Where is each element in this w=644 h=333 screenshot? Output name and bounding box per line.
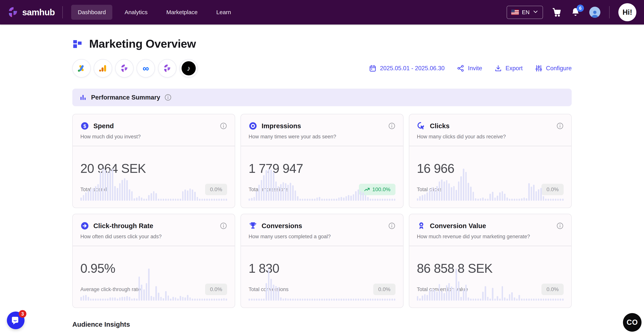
language-selector[interactable]: EN — [507, 6, 543, 19]
sliders-icon — [535, 64, 542, 72]
header-divider — [609, 6, 610, 18]
configure-button[interactable]: Configure — [535, 64, 572, 72]
performance-summary-header: Performance Summary — [72, 88, 572, 106]
metric-subtitle: How many times were your ads seen? — [248, 134, 395, 140]
cart-icon — [552, 7, 562, 17]
nav-analytics[interactable]: Analytics — [118, 5, 154, 20]
metric-subtitle: How many users completed a goal? — [248, 234, 395, 240]
sparkline-chart — [417, 268, 564, 301]
date-range-value: 2025.05.01 - 2025.06.30 — [380, 65, 445, 72]
samhub-logo[interactable]: samhub — [7, 6, 55, 18]
conversion-value-card: ★ Conversion Value How much revenue did … — [409, 214, 572, 308]
calendar-icon — [369, 64, 376, 72]
connected-platforms: ∞ ♪ — [72, 59, 198, 78]
info-icon[interactable] — [556, 122, 564, 130]
toolbar: ∞ ♪ — [72, 59, 572, 78]
metric-title: Clicks — [430, 122, 450, 130]
platform-icon-samhub-2[interactable] — [158, 59, 176, 78]
cart-button[interactable] — [552, 7, 562, 17]
notifications-button[interactable]: 6 — [570, 7, 580, 17]
sparkline-chart — [417, 168, 564, 201]
impressions-card: Impressions How many times were your ads… — [240, 114, 403, 208]
header-right-cluster: EN 6 — [507, 3, 636, 21]
svg-text:$: $ — [84, 124, 86, 129]
sparkline-chart — [80, 168, 227, 201]
chat-bubble-icon — [11, 316, 20, 325]
award-ribbon-icon: ★ — [417, 222, 426, 230]
metric-subtitle: How much did you invest? — [80, 134, 227, 140]
us-flag-icon — [511, 10, 519, 15]
sparkline-chart — [248, 268, 395, 301]
nav-marketplace[interactable]: Marketplace — [160, 5, 204, 20]
arrow-right-circle-icon — [80, 222, 89, 230]
clicks-card: Clicks How many clicks did your ads rece… — [409, 114, 572, 208]
main-content: Marketing Overview — [72, 37, 572, 328]
dollar-icon: $ — [80, 122, 89, 130]
metric-title: Click-through Rate — [93, 222, 153, 230]
language-code: EN — [522, 9, 530, 16]
cursor-click-icon — [417, 122, 426, 130]
metric-title: Conversions — [262, 222, 302, 230]
platform-icon-tiktok[interactable]: ♪ — [180, 59, 198, 78]
brand-name: samhub — [22, 7, 55, 18]
svg-text:★: ★ — [420, 222, 423, 226]
metrics-grid: $ Spend How much did you invest? 20 964 … — [72, 114, 572, 308]
nav-dashboard[interactable]: Dashboard — [71, 5, 112, 20]
sparkline-chart — [248, 168, 395, 201]
marketing-dashboard-page: samhub Dashboard Analytics Marketplace L… — [0, 0, 644, 333]
section-title: Performance Summary — [91, 94, 160, 101]
cookie-consent-button[interactable]: CO — [623, 313, 642, 332]
eye-icon — [248, 122, 257, 130]
chat-unread-badge: 3 — [19, 310, 26, 318]
metric-title: Spend — [93, 122, 114, 130]
date-range-picker[interactable]: 2025.05.01 - 2025.06.30 — [369, 64, 445, 72]
page-title: Marketing Overview — [89, 37, 196, 50]
conversions-card: Conversions How many users completed a g… — [240, 214, 403, 308]
info-icon[interactable] — [388, 122, 396, 130]
audience-insights-heading: Audience Insights — [72, 320, 572, 328]
dashboard-grid-icon — [72, 38, 84, 50]
main-nav: Dashboard Analytics Marketplace Learn — [71, 5, 238, 20]
info-icon[interactable] — [220, 122, 227, 130]
info-icon[interactable] — [220, 222, 227, 230]
download-icon — [494, 64, 502, 72]
greeting-button[interactable]: Hi! — [618, 3, 636, 21]
chat-widget-button[interactable]: 3 — [7, 312, 24, 329]
invite-button[interactable]: Invite — [457, 64, 482, 72]
bar-chart-icon — [79, 94, 87, 101]
metric-subtitle: How much revenue did your marketing gene… — [417, 234, 564, 240]
notification-count-badge: 6 — [577, 4, 584, 12]
ctr-card: Click-through Rate How often did users c… — [72, 214, 235, 308]
export-button[interactable]: Export — [494, 64, 523, 72]
samhub-logo-icon — [7, 6, 19, 18]
top-navigation-bar: samhub Dashboard Analytics Marketplace L… — [0, 0, 644, 24]
nav-learn[interactable]: Learn — [210, 5, 238, 20]
header-divider — [62, 6, 63, 18]
metric-subtitle: How many clicks did your ads receive? — [417, 134, 564, 140]
metric-subtitle: How often did users click your ads? — [80, 234, 227, 240]
user-avatar[interactable] — [589, 7, 600, 18]
trophy-icon — [248, 222, 257, 230]
spend-card: $ Spend How much did you invest? 20 964 … — [72, 114, 235, 208]
platform-icon-google-ads[interactable] — [72, 59, 91, 78]
info-icon[interactable] — [556, 222, 564, 230]
toolbar-actions: 2025.05.01 - 2025.06.30 Invite Export — [369, 64, 572, 72]
platform-icon-meta[interactable]: ∞ — [136, 59, 155, 78]
metric-title: Impressions — [262, 122, 301, 130]
info-icon[interactable] — [388, 222, 396, 230]
person-icon — [590, 9, 599, 18]
chevron-down-icon — [533, 9, 538, 16]
platform-icon-google-analytics[interactable] — [94, 59, 112, 78]
share-icon — [457, 64, 464, 72]
platform-icon-samhub[interactable] — [115, 59, 134, 78]
info-icon[interactable] — [164, 94, 172, 101]
sparkline-chart — [80, 268, 227, 301]
metric-title: Conversion Value — [430, 222, 486, 230]
page-title-row: Marketing Overview — [72, 37, 572, 50]
